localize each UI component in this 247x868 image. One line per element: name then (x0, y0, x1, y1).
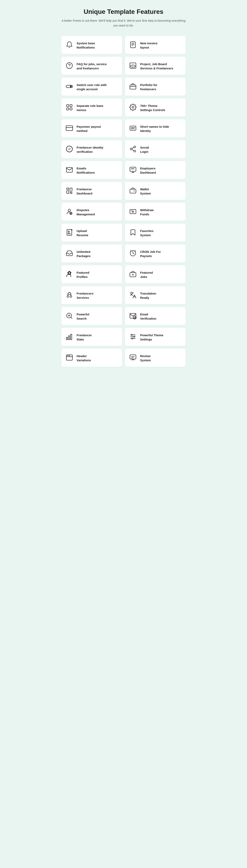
page-subtitle: A better Freeio is out there. We'll help… (61, 18, 186, 28)
svg-point-25 (134, 146, 136, 148)
employers-dashboard-icon (128, 165, 137, 174)
emails-notifications-label: Emails Notifications (76, 165, 95, 175)
svg-rect-15 (70, 108, 72, 110)
freelancer-dashboard-icon (65, 186, 74, 195)
separate-role-menus-label: Separate role base menus (76, 103, 103, 112)
short-names-identity-icon (128, 124, 137, 132)
svg-rect-36 (70, 192, 72, 193)
unlimited-packages-icon (65, 249, 74, 258)
feature-card-disputes-management: Disputes Management (61, 203, 122, 221)
featured-jobs-label: Featured Jobs (140, 270, 153, 279)
theme-settings-controls-icon (128, 103, 137, 112)
svg-point-27 (134, 150, 136, 152)
featured-profiles-label: Featured Profiles (76, 270, 89, 279)
favorites-system-label: Favorites System (140, 228, 154, 237)
withdraw-funds-label: Withdraw Funds (140, 207, 154, 216)
feature-card-short-names-identity: Short names to hide Identity (125, 119, 186, 137)
feature-card-separate-role-menus: Separate role base menus (61, 98, 122, 117)
switch-user-role-icon (65, 82, 74, 91)
feature-card-header-variations: Header Variations (61, 349, 122, 367)
translation-ready-label: Translation Ready (140, 290, 156, 300)
featured-profiles-icon (65, 270, 74, 279)
feature-card-featured-jobs: Featured Jobs (125, 265, 186, 283)
feature-card-freelancer-stats: Freelancer Stats (61, 328, 122, 346)
page-title: Unique Template Features (61, 8, 186, 16)
freelancers-services-icon (65, 290, 74, 299)
theme-settings-controls-label: 700+ Theme Settings Controls (140, 103, 165, 112)
svg-line-57 (71, 317, 72, 319)
page-container: Unique Template Features A better Freeio… (61, 8, 186, 860)
page-header: Unique Template Features A better Freeio… (61, 8, 186, 28)
feature-card-wallet-system: Wallet System (125, 182, 186, 200)
feature-card-withdraw-funds: Withdraw Funds (125, 203, 186, 221)
feature-card-faq-jobs: FAQ for jobs, service and freelancers (61, 57, 122, 75)
new-invoice-layout-icon (128, 40, 137, 49)
powerful-theme-settings-icon (128, 332, 137, 341)
emails-notifications-icon (65, 165, 74, 174)
svg-point-9 (70, 86, 72, 87)
feature-card-emails-notifications: Emails Notifications (61, 161, 122, 179)
svg-rect-62 (68, 336, 70, 340)
portfolio-freelancers-icon (128, 82, 137, 91)
svg-rect-10 (130, 85, 136, 89)
svg-rect-34 (70, 188, 72, 191)
disputes-management-icon (65, 207, 74, 216)
email-verification-icon (128, 311, 137, 320)
feature-card-system-base-notifications: System base Notifications (61, 36, 122, 54)
system-base-notifications-icon (65, 40, 74, 49)
feature-card-portfolio-freelancers: Portfolio for freelancers (125, 78, 186, 96)
portfolio-freelancers-label: Portfolio for freelancers (140, 82, 157, 91)
powerful-search-label: Powerful Search (76, 311, 89, 320)
svg-point-54 (70, 296, 72, 297)
payoneer-payout-label: Payoneer payout method (76, 124, 101, 133)
switch-user-role-label: Switch user role with single account (76, 82, 107, 91)
employers-dashboard-label: Employers Dashboard (140, 165, 156, 175)
svg-rect-12 (67, 105, 69, 107)
feature-card-project-job-board: Project, Job Board Services & Freelancer… (125, 57, 186, 75)
svg-point-4 (66, 63, 72, 69)
project-job-board-icon (128, 61, 137, 70)
project-job-board-label: Project, Job Board Services & Freelancer… (140, 61, 173, 70)
unlimited-packages-label: Unlimited Packages (76, 249, 90, 258)
featured-jobs-icon (128, 270, 137, 279)
cron-job-payouts-icon (128, 249, 137, 258)
faq-jobs-icon (65, 61, 74, 70)
svg-point-38 (68, 209, 70, 212)
short-names-identity-label: Short names to hide Identity (140, 124, 169, 133)
feature-card-review-system: Review System (125, 349, 186, 367)
faq-jobs-label: FAQ for jobs, service and freelancers (76, 61, 107, 70)
cron-job-payouts-label: CRON Job For Payouts (140, 249, 161, 258)
feature-card-freelancers-services: Freelancers Services (61, 286, 122, 304)
freelancer-identity-label: Freelancer identity verification (76, 145, 103, 154)
svg-point-37 (134, 190, 135, 191)
system-base-notifications-label: System base Notifications (76, 40, 95, 50)
svg-point-67 (131, 334, 132, 336)
feature-card-email-verification: Email Verification (125, 307, 186, 325)
feature-card-theme-settings-controls: 700+ Theme Settings Controls (125, 98, 186, 117)
favorites-system-icon (128, 228, 137, 237)
social-login-label: Social Login (140, 145, 149, 154)
translation-ready-icon (128, 290, 137, 299)
svg-point-16 (132, 106, 134, 108)
disputes-management-label: Disputes Management (76, 207, 95, 216)
feature-card-unlimited-packages: Unlimited Packages (61, 244, 122, 262)
feature-card-new-invoice-layout: New invoice layout (125, 36, 186, 54)
freelancer-dashboard-label: Freelancer Dashboard (76, 186, 92, 195)
withdraw-funds-icon (128, 207, 137, 216)
header-variations-icon (65, 353, 74, 362)
payoneer-payout-icon (65, 124, 74, 132)
upload-resume-label: Upload Resume (76, 228, 88, 237)
svg-rect-63 (70, 334, 72, 340)
feature-card-featured-profiles: Featured Profiles (61, 265, 122, 283)
feature-card-freelancer-identity: Freelancer identity verification (61, 140, 122, 158)
wallet-system-icon (128, 186, 137, 195)
powerful-search-icon (65, 311, 74, 320)
header-variations-label: Header Variations (76, 353, 91, 362)
review-system-label: Review System (140, 353, 151, 362)
feature-card-upload-resume: Upload Resume (61, 223, 122, 242)
svg-rect-61 (66, 337, 68, 340)
feature-card-employers-dashboard: Employers Dashboard (125, 161, 186, 179)
freelancer-stats-icon (65, 332, 74, 341)
svg-rect-14 (67, 108, 69, 110)
svg-point-46 (68, 231, 69, 232)
